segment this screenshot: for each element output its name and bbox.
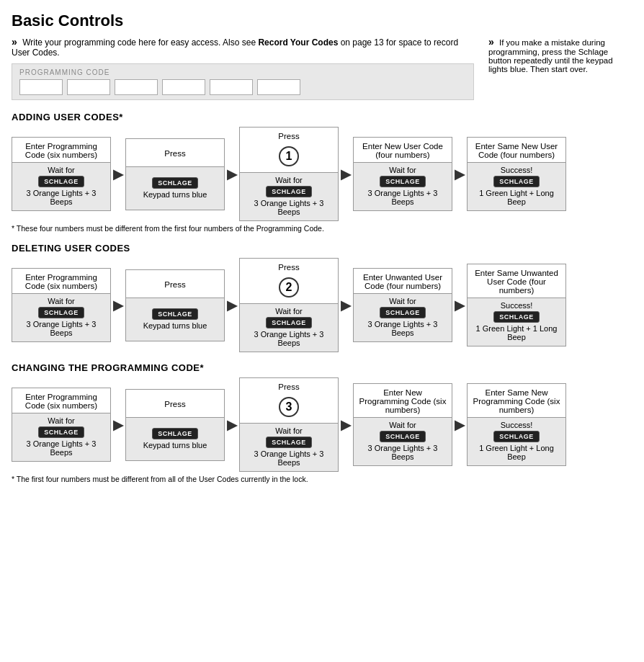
circle-number: 3 bbox=[279, 397, 299, 417]
schlage-badge: SCHLAGE bbox=[152, 428, 198, 439]
footnote-changing: * The first four numbers must be differe… bbox=[12, 475, 632, 483]
code-cell-1 bbox=[19, 79, 63, 95]
step-bottom-adding-2: Wait forSCHLAGE3 Orange Lights + 3 Beeps bbox=[240, 173, 338, 220]
step-bottom-deleting-0: Wait forSCHLAGE3 Orange Lights + 3 Beeps bbox=[12, 294, 110, 341]
step-wrapper-adding-2: Press1Wait forSCHLAGE3 Orange Lights + 3… bbox=[239, 127, 339, 221]
step-top-changing-3: Enter New Programming Code (six numbers) bbox=[354, 384, 452, 418]
bottom-text: Wait for bbox=[389, 421, 416, 429]
page-title: Basic Controls bbox=[12, 12, 632, 30]
arrow-deleting-3: ▶ bbox=[339, 258, 353, 352]
bottom-extra: 3 Orange Lights + 3 Beeps bbox=[17, 439, 106, 457]
step-top-adding-0: Enter Programming Code (six numbers) bbox=[12, 138, 110, 163]
step-wrapper-deleting-4: Enter Same Unwanted User Code (four numb… bbox=[467, 258, 566, 352]
step-top-adding-1: Press bbox=[126, 139, 224, 168]
step-box-changing-1: PressSCHLAGEKeypad turns blue bbox=[125, 389, 225, 461]
steps-row-changing: Enter Programming Code (six numbers)Wait… bbox=[12, 377, 632, 472]
schlage-badge: SCHLAGE bbox=[493, 431, 540, 442]
step-bottom-adding-1: SCHLAGEKeypad turns blue bbox=[126, 167, 224, 210]
steps-row-adding: Enter Programming Code (six numbers)Wait… bbox=[12, 127, 632, 221]
programming-code-box: PROGRAMMING CODE bbox=[12, 63, 474, 100]
step-bottom-changing-3: Wait forSCHLAGE3 Orange Lights + 3 Beeps bbox=[354, 418, 452, 465]
bottom-extra: Keypad turns blue bbox=[143, 321, 207, 330]
step-bottom-deleting-4: Success!SCHLAGE1 Green Light + 1 Long Be… bbox=[468, 298, 565, 346]
arrow-changing-4: ▶ bbox=[452, 377, 467, 472]
bottom-text: Wait for bbox=[389, 166, 416, 174]
press-label: Press bbox=[278, 132, 299, 140]
header-note-left: » Write your programming code here for e… bbox=[12, 36, 474, 100]
bottom-text: Success! bbox=[501, 166, 533, 174]
step-wrapper-changing-0: Enter Programming Code (six numbers)Wait… bbox=[12, 377, 111, 472]
bottom-text: Success! bbox=[501, 301, 533, 310]
header-text-bold: Record Your Codes bbox=[258, 37, 338, 48]
step-top-deleting-0: Enter Programming Code (six numbers) bbox=[12, 269, 110, 294]
step-box-adding-0: Enter Programming Code (six numbers)Wait… bbox=[12, 137, 111, 211]
bottom-extra: 3 Orange Lights + 3 Beeps bbox=[17, 320, 106, 337]
schlage-badge: SCHLAGE bbox=[152, 308, 198, 320]
step-bottom-changing-4: Success!SCHLAGE1 Green Light + Long Beep bbox=[468, 418, 565, 465]
arrow-icon: ▶ bbox=[452, 166, 467, 182]
section-deleting: DELETING USER CODESEnter Programming Cod… bbox=[12, 243, 632, 352]
arrow-icon: ▶ bbox=[111, 166, 125, 182]
arrow-deleting-1: ▶ bbox=[111, 258, 125, 352]
bottom-extra: 3 Orange Lights + 3 Beeps bbox=[244, 449, 334, 467]
chevron-icon: » bbox=[12, 36, 17, 48]
step-wrapper-adding-4: Enter Same New User Code (four numbers)S… bbox=[467, 127, 566, 221]
arrow-deleting-2: ▶ bbox=[225, 258, 239, 352]
section-title-changing: CHANGING THE PROGRAMMING CODE* bbox=[12, 362, 632, 373]
arrow-adding-4: ▶ bbox=[452, 127, 467, 221]
arrow-icon: ▶ bbox=[111, 417, 125, 433]
step-bottom-changing-0: Wait forSCHLAGE3 Orange Lights + 3 Beeps bbox=[12, 413, 110, 461]
bottom-text: Wait for bbox=[389, 297, 416, 305]
footnote-adding: * These four numbers must be different f… bbox=[12, 224, 632, 233]
step-wrapper-changing-2: Press3Wait forSCHLAGE3 Orange Lights + 3… bbox=[239, 377, 339, 472]
step-bottom-changing-1: SCHLAGEKeypad turns blue bbox=[126, 418, 224, 460]
schlage-badge: SCHLAGE bbox=[380, 307, 426, 318]
bottom-extra: 1 Green Light + Long Beep bbox=[472, 444, 561, 461]
step-box-changing-0: Enter Programming Code (six numbers)Wait… bbox=[12, 388, 111, 462]
step-box-changing-2: Press3Wait forSCHLAGE3 Orange Lights + 3… bbox=[239, 377, 339, 472]
step-box-deleting-2: Press2Wait forSCHLAGE3 Orange Lights + 3… bbox=[239, 258, 339, 352]
arrow-adding-1: ▶ bbox=[111, 127, 125, 221]
step-wrapper-adding-1: PressSCHLAGEKeypad turns blue bbox=[125, 127, 225, 221]
bottom-text: Wait for bbox=[48, 166, 75, 174]
schlage-badge: SCHLAGE bbox=[266, 317, 312, 328]
bottom-extra: 1 Green Light + Long Beep bbox=[472, 189, 561, 206]
arrow-icon: ▶ bbox=[225, 166, 239, 182]
step-wrapper-adding-3: Enter New User Code (four numbers)Wait f… bbox=[353, 127, 452, 221]
code-cell-2 bbox=[67, 79, 110, 95]
step-top-deleting-1: Press bbox=[126, 270, 224, 299]
step-box-deleting-4: Enter Same Unwanted User Code (four numb… bbox=[467, 264, 566, 346]
bottom-extra: 3 Orange Lights + 3 Beeps bbox=[244, 330, 334, 347]
step-top-changing-1: Press bbox=[126, 390, 224, 419]
bottom-extra: 1 Green Light + 1 Long Beep bbox=[472, 324, 561, 341]
step-box-deleting-0: Enter Programming Code (six numbers)Wait… bbox=[12, 268, 111, 342]
schlage-badge: SCHLAGE bbox=[380, 431, 426, 442]
step-box-deleting-3: Enter Unwanted User Code (four numbers)W… bbox=[353, 268, 452, 342]
section-title-adding: ADDING USER CODES* bbox=[12, 112, 632, 122]
bottom-extra: 3 Orange Lights + 3 Beeps bbox=[17, 189, 106, 206]
step-top-deleting-3: Enter Unwanted User Code (four numbers) bbox=[354, 269, 452, 294]
step-bottom-changing-2: Wait forSCHLAGE3 Orange Lights + 3 Beeps bbox=[240, 424, 338, 471]
header-note-right: » If you make a mistake during programmi… bbox=[488, 36, 632, 100]
step-bottom-deleting-3: Wait forSCHLAGE3 Orange Lights + 3 Beeps bbox=[354, 294, 452, 341]
arrow-icon: ▶ bbox=[111, 298, 125, 313]
chevron-right-icon: » bbox=[488, 36, 494, 48]
step-wrapper-changing-3: Enter New Programming Code (six numbers)… bbox=[353, 377, 452, 472]
arrow-icon: ▶ bbox=[339, 166, 353, 182]
code-cell-3 bbox=[115, 79, 158, 95]
step-wrapper-deleting-1: PressSCHLAGEKeypad turns blue bbox=[125, 258, 225, 352]
code-cell-4 bbox=[162, 79, 205, 95]
step-box-adding-2: Press1Wait forSCHLAGE3 Orange Lights + 3… bbox=[239, 127, 339, 221]
step-top-adding-2: Press1 bbox=[240, 128, 338, 173]
bottom-extra: 3 Orange Lights + 3 Beeps bbox=[244, 199, 334, 216]
bottom-text: Wait for bbox=[275, 426, 303, 435]
step-bottom-deleting-1: SCHLAGEKeypad turns blue bbox=[126, 298, 224, 341]
schlage-badge: SCHLAGE bbox=[493, 311, 540, 323]
bottom-text: Wait for bbox=[275, 307, 303, 316]
programming-code-label: PROGRAMMING CODE bbox=[19, 68, 466, 76]
step-top-adding-3: Enter New User Code (four numbers) bbox=[354, 138, 452, 163]
arrow-changing-1: ▶ bbox=[111, 377, 125, 472]
bottom-extra: Keypad turns blue bbox=[143, 190, 207, 199]
step-box-adding-3: Enter New User Code (four numbers)Wait f… bbox=[353, 137, 452, 211]
arrow-icon: ▶ bbox=[452, 298, 467, 313]
